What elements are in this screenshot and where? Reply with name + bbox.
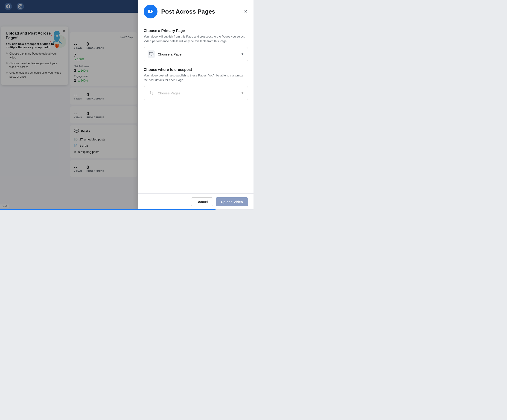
primary-page-section-title: Choose a Primary Page	[144, 29, 248, 33]
post-across-pages-modal: Post Across Pages × Choose a Primary Pag…	[138, 0, 254, 210]
upload-video-button[interactable]: Upload Video	[216, 197, 248, 206]
page-select-chevron-down-icon: ▼	[241, 52, 244, 56]
crosspost-pages-icon	[148, 89, 155, 97]
modal-title: Post Across Pages	[161, 8, 239, 15]
page-icon	[149, 52, 154, 56]
modal-close-button[interactable]: ×	[243, 7, 248, 15]
progress-bar-container	[0, 209, 254, 210]
modal-footer: Cancel Upload Video	[138, 193, 254, 210]
page-select-icon	[148, 50, 155, 58]
transfer-icon	[149, 91, 154, 95]
modal-icon	[144, 5, 157, 18]
svg-rect-13	[149, 53, 153, 55]
pages-select-chevron-down-icon: ▼	[241, 91, 244, 95]
progress-bar-fill	[0, 209, 216, 210]
crosspost-section-title: Choose where to crosspost	[144, 68, 248, 72]
modal-overlay	[0, 0, 138, 210]
modal-header: Post Across Pages ×	[138, 0, 254, 23]
choose-primary-page-dropdown[interactable]: Choose a Page ▼	[144, 47, 248, 61]
choose-crosspost-pages-dropdown[interactable]: Choose Pages ▼	[144, 86, 248, 100]
modal-body: Choose a Primary Page Your video will pu…	[138, 23, 254, 193]
choose-page-placeholder: Choose a Page	[158, 52, 238, 56]
primary-page-section-desc: Your video will publish from this Page a…	[144, 34, 248, 43]
crosspost-section-desc: Your video post will also publish to the…	[144, 73, 248, 82]
choose-pages-placeholder: Choose Pages	[158, 91, 238, 95]
video-plus-icon	[147, 8, 154, 15]
cancel-button[interactable]: Cancel	[191, 197, 213, 206]
